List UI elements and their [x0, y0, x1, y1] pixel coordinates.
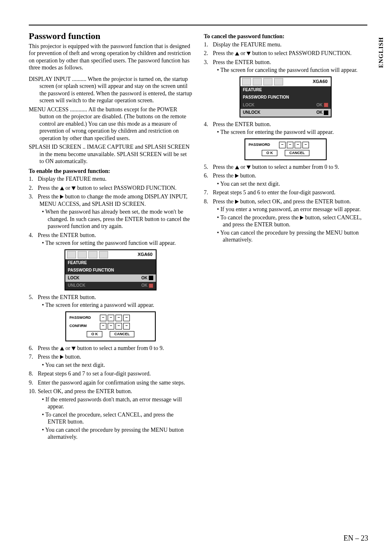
page-number: EN – 23 — [344, 534, 368, 543]
right-column: To cancel the password function: Display… — [204, 30, 367, 443]
step-text: Select OK, and press the ENTER button. — [38, 388, 132, 394]
bullet: You can cancel the procedure by pressing… — [214, 229, 367, 244]
osd-row-unlock: UNLOCK OK — [240, 109, 331, 117]
tab-icon — [263, 78, 272, 85]
osd-row-feature: FEATURE — [240, 86, 331, 94]
digit: – — [302, 142, 309, 148]
left-column: Password function This projector is equi… — [29, 30, 192, 443]
step: Press the or button to select PASSWORD F… — [204, 50, 367, 57]
step-text: Press the ENTER button. — [213, 59, 271, 65]
up-arrow-icon — [60, 187, 64, 190]
bullet: The screen for canceling the password fu… — [214, 67, 367, 74]
ok-indicator: OK — [141, 283, 153, 288]
cancel-button: CANCEL — [285, 150, 309, 156]
ok-text: OK — [141, 283, 148, 288]
osd-label: UNLOCK — [243, 110, 316, 115]
cancel-steps-cont: Press the ENTER button. The screen for e… — [204, 121, 367, 136]
step: Press the ENTER button. The screen for e… — [29, 294, 192, 309]
pwd-buttons: O K CANCEL — [69, 331, 152, 337]
step: Press the or button to select PASSWORD F… — [29, 184, 192, 192]
digit: – — [115, 315, 122, 321]
bullet: The screen for setting the password func… — [39, 240, 192, 247]
osd-row-lock-disabled: LOCK OK — [240, 101, 331, 109]
osd-password-function-unlock: XGA60 FEATURE PASSWORD FUNCTION LOCK OK … — [204, 76, 367, 117]
step: Display the FEATURE menu. — [29, 175, 192, 183]
bullet: To cancel the procedure, press the butto… — [214, 214, 367, 228]
step: Press the ENTER button. The screen for s… — [29, 232, 192, 247]
osd-label: LOCK — [68, 276, 141, 281]
resolution-label: XGA60 — [313, 79, 329, 85]
osd-tabs: XGA60 — [65, 250, 156, 259]
ok-indicator: OK — [316, 110, 328, 115]
right-arrow-icon — [60, 195, 64, 199]
ok-button: O K — [262, 150, 277, 156]
pwd-label: CONFIRM — [69, 324, 96, 328]
tab-icon — [99, 251, 108, 258]
digit: – — [115, 323, 122, 329]
digit-group: – – – – — [100, 315, 130, 321]
up-arrow-icon — [235, 52, 239, 55]
step-text: Display the FEATURE menu. — [38, 176, 106, 182]
osd-label: PASSWORD FUNCTION — [243, 95, 328, 100]
digit: – — [123, 323, 130, 329]
osd-row-feature: FEATURE — [65, 259, 156, 267]
step: Press the or button to select a number f… — [29, 345, 192, 352]
digit: – — [295, 142, 301, 148]
password-entry-box: PASSWORD – – – – O K CANCEL — [204, 138, 367, 160]
enable-steps: Display the FEATURE menu. Press the or b… — [29, 175, 192, 247]
bullet: The screen for entering the password wil… — [214, 129, 367, 136]
ok-square-icon — [149, 283, 153, 288]
ok-indicator: OK — [316, 103, 328, 108]
pwd-row-password: PASSWORD – – – – — [69, 315, 152, 321]
digit: – — [100, 315, 106, 321]
osd-row-pwfunction: PASSWORD FUNCTION — [65, 267, 156, 274]
bullet: You can set the next digit. — [214, 180, 367, 188]
pwd-row-confirm: CONFIRM – – – – — [69, 323, 152, 329]
right-arrow-icon — [235, 200, 239, 204]
right-arrow-icon — [300, 216, 304, 220]
osd-password-function-lock: XGA60 FEATURE PASSWORD FUNCTION LOCK OK … — [29, 249, 192, 290]
ok-text: OK — [141, 276, 148, 281]
bullet: If the entered passwords don't match, an… — [39, 396, 192, 410]
bullet: You can cancel the procedure by pressing… — [39, 426, 192, 441]
top-rule — [29, 25, 367, 25]
enable-subhead: To enable the password function: — [29, 168, 192, 175]
bullet: You can set the next digit. — [39, 362, 192, 369]
section-heading: Password function — [29, 30, 192, 42]
pwd-label: PASSWORD — [69, 315, 96, 320]
osd-row-unlock-disabled: UNLOCK OK — [65, 282, 156, 290]
tab-icon — [274, 78, 283, 85]
digit: – — [100, 323, 106, 329]
mode-label: SPLASH ID SCREEN .. — [29, 144, 85, 150]
right-arrow-icon — [60, 355, 64, 359]
pwd-buttons: O K CANCEL — [249, 150, 323, 156]
down-arrow-icon — [247, 52, 251, 55]
ok-square-icon — [324, 103, 328, 107]
digit: – — [287, 142, 293, 148]
step: Press the ENTER button. The screen for c… — [204, 59, 367, 74]
tab-icon — [88, 251, 97, 258]
ok-square-icon — [324, 111, 328, 115]
tab-icon — [78, 251, 87, 258]
pwd-row-password: PASSWORD – – – – — [249, 142, 323, 148]
mode-menu-access: MENU ACCESS ............ All the buttons… — [29, 106, 192, 142]
cancel-button: CANCEL — [110, 331, 134, 337]
down-arrow-icon — [247, 166, 251, 169]
down-arrow-icon — [71, 347, 76, 350]
two-columns: Password function This projector is equi… — [29, 30, 367, 443]
intro-paragraph: This projector is equipped with the pass… — [29, 43, 192, 71]
bullet: If you enter a wrong password, an error … — [214, 206, 367, 213]
osd-box: XGA60 FEATURE PASSWORD FUNCTION LOCK OK … — [65, 249, 157, 290]
mode-display-input: DISPLAY INPUT .......... When the projec… — [29, 76, 192, 104]
cancel-steps-cont2: Press the or button to select a number f… — [204, 164, 367, 244]
step: Select OK, and press the ENTER button. I… — [29, 388, 192, 441]
ok-text: OK — [316, 103, 323, 108]
digit: – — [279, 142, 286, 148]
language-side-label: ENGLISH — [378, 37, 385, 68]
step: Press the button, select OK, and press t… — [204, 198, 367, 244]
osd-label: LOCK — [243, 103, 316, 108]
mode-label: DISPLAY INPUT .......... — [29, 76, 86, 82]
step: Press the button to change the mode amon… — [29, 193, 192, 230]
step-text: Repeat steps 6 and 7 to set a four-digit… — [38, 371, 151, 377]
enable-steps-cont: Press the ENTER button. The screen for e… — [29, 294, 192, 309]
